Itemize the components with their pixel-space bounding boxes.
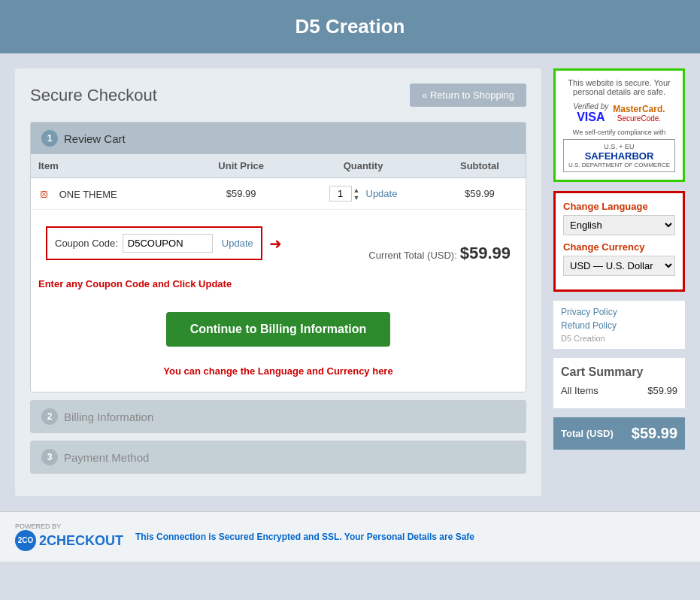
footer-brand-name: 2CHECKOUT <box>39 533 123 549</box>
coupon-input[interactable] <box>123 234 213 253</box>
section-1-number: 1 <box>41 130 58 147</box>
securecode-text: SecureCode. <box>613 114 665 123</box>
checkout-header: Secure Checkout « Return to Shopping <box>30 83 526 107</box>
review-cart-section: 1 Review Cart Item Unit Price Quantity S… <box>30 122 526 392</box>
coupon-area: Coupon Code: Update ➜ <box>38 217 270 269</box>
right-sidebar: This website is secure. Your personal de… <box>553 68 685 496</box>
section-3-number: 3 <box>41 449 58 465</box>
col-quantity: Quantity <box>292 154 434 178</box>
quantity-cell: ▲ ▼ Update <box>292 178 434 210</box>
2co-circle-icon: 2CO <box>15 530 36 551</box>
qty-down-arrow[interactable]: ▼ <box>353 194 360 202</box>
cart-summary: Cart Summary All Items $59.99 <box>553 358 685 408</box>
cart-table: Item Unit Price Quantity Subtotal ⦻ ONE … <box>31 154 526 210</box>
checkout-title: Secure Checkout <box>30 86 157 105</box>
billing-label: Billing Information <box>64 411 153 423</box>
cart-table-header-row: Item Unit Price Quantity Subtotal <box>31 154 526 178</box>
current-total-amount: $59.99 <box>460 244 511 262</box>
footer-logo: POWERED BY 2CO 2CHECKOUT <box>15 523 123 551</box>
coupon-arrow-icon: ➜ <box>269 235 282 253</box>
currency-select[interactable]: USD — U.S. Dollar EUR — Euro GBP — Briti… <box>563 256 675 276</box>
billing-header: 2 Billing Information <box>31 401 526 432</box>
sidebar-links: Privacy Policy Refund Policy D5 Creation <box>553 301 685 349</box>
return-to-shopping-button[interactable]: « Return to Shopping <box>410 83 526 107</box>
safeharbor-us: U.S. + EU <box>567 143 671 150</box>
cart-content: Item Unit Price Quantity Subtotal ⦻ ONE … <box>31 154 526 392</box>
main-wrapper: Secure Checkout « Return to Shopping 1 R… <box>0 53 700 511</box>
all-items-label: All Items <box>561 385 598 396</box>
mastercard-text: MasterCard. <box>613 104 665 114</box>
lang-currency-box: Change Language English Français Deutsch… <box>553 191 685 292</box>
footer: POWERED BY 2CO 2CHECKOUT This Connection… <box>0 511 700 562</box>
change-language-label: Change Language <box>563 201 675 212</box>
cart-bottom: Coupon Code: Update ➜ Enter any Coupon C… <box>31 210 526 297</box>
total-value: $59.99 <box>632 425 677 442</box>
all-items-value: $59.99 <box>647 385 677 396</box>
safeharbor-title: SAFEHARBOR <box>567 150 671 162</box>
page-title: D5 Creation <box>295 15 405 38</box>
current-total-label: Current Total (USD): <box>368 250 457 261</box>
quantity-arrows[interactable]: ▲ ▼ <box>353 186 360 202</box>
payment-label: Payment Method <box>64 451 149 464</box>
powered-by-text: POWERED BY <box>15 523 61 530</box>
annotation-text: You can change the Language and Currency… <box>31 358 526 384</box>
continue-button-area: Continue to Billing Information <box>31 297 526 358</box>
coupon-hint: Enter any Coupon Code and Click Update <box>38 274 270 289</box>
safeharbor-pre: We self-certify compliance with <box>563 129 675 136</box>
safeharbor-sub: U.S. DEPARTMENT OF COMMERCE <box>567 162 671 168</box>
quantity-wrapper: ▲ ▼ Update <box>329 186 398 202</box>
qty-up-arrow[interactable]: ▲ <box>353 186 360 194</box>
refund-policy-link[interactable]: Refund Policy <box>561 320 677 331</box>
continue-to-billing-button[interactable]: Continue to Billing Information <box>166 312 391 347</box>
subtotal-cell: $59.99 <box>434 178 526 210</box>
section-2-number: 2 <box>41 408 58 425</box>
language-select[interactable]: English Français Deutsch Español <box>563 215 675 235</box>
verified-row: Verified by VISA MasterCard. SecureCode. <box>563 102 675 124</box>
verified-visa-block: Verified by VISA <box>573 102 608 124</box>
payment-section: 3 Payment Method <box>30 441 526 474</box>
privacy-policy-link[interactable]: Privacy Policy <box>561 307 677 317</box>
quantity-update-link[interactable]: Update <box>366 188 398 199</box>
quantity-input[interactable] <box>329 186 352 202</box>
coupon-update-link[interactable]: Update <box>222 238 253 249</box>
footer-brand-row: 2CO 2CHECKOUT <box>15 530 123 551</box>
unit-price-cell: $59.99 <box>189 178 292 210</box>
verified-by-text: Verified by <box>573 102 608 111</box>
left-content: Secure Checkout « Return to Shopping 1 R… <box>15 68 541 496</box>
item-name: ONE THEME <box>59 189 117 200</box>
change-currency-label: Change Currency <box>563 241 675 253</box>
cart-summary-title: Cart Summary <box>561 365 677 379</box>
col-item: Item <box>31 154 189 178</box>
summary-all-items-row: All Items $59.99 <box>561 385 677 396</box>
review-cart-header: 1 Review Cart <box>31 123 526 154</box>
payment-header: 3 Payment Method <box>31 441 526 473</box>
security-box: This website is secure. Your personal de… <box>553 68 685 182</box>
remove-item-icon[interactable]: ⦻ <box>38 187 50 200</box>
review-cart-label: Review Cart <box>64 132 126 145</box>
coupon-label: Coupon Code: <box>55 238 118 249</box>
table-row: ⦻ ONE THEME $59.99 ▲ ▼ <box>31 178 526 210</box>
col-subtotal: Subtotal <box>434 154 526 178</box>
security-text: This website is secure. Your personal de… <box>563 78 675 96</box>
visa-logo: VISA <box>573 111 608 124</box>
col-unit-price: Unit Price <box>189 154 292 178</box>
page-header: D5 Creation <box>0 0 700 53</box>
sidebar-brand: D5 Creation <box>561 334 677 343</box>
mastercard-block: MasterCard. SecureCode. <box>613 104 665 123</box>
footer-security-text: This Connection is Secured Encrypted and… <box>135 532 474 542</box>
summary-total-row: Total (USD) $59.99 <box>553 417 685 450</box>
billing-section: 2 Billing Information <box>30 400 526 433</box>
total-label: Total (USD) <box>561 428 614 439</box>
safeharbor-box: U.S. + EU SAFEHARBOR U.S. DEPARTMENT OF … <box>563 139 675 172</box>
item-name-cell: ⦻ ONE THEME <box>31 178 189 210</box>
total-area: Current Total (USD): $59.99 <box>368 236 518 271</box>
coupon-box: Coupon Code: Update ➜ <box>46 226 262 260</box>
